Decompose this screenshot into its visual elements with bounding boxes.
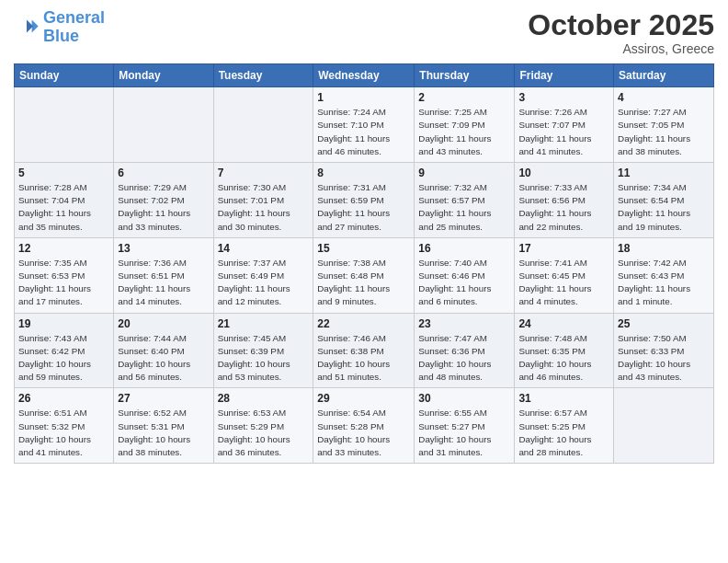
week-row-3: 12Sunrise: 7:35 AM Sunset: 6:53 PM Dayli… [15, 237, 714, 313]
day-cell [213, 87, 313, 163]
day-number: 18 [618, 242, 710, 255]
day-number: 4 [618, 91, 710, 104]
day-info: Sunrise: 6:52 AM Sunset: 5:31 PM Dayligh… [118, 407, 209, 459]
day-cell: 14Sunrise: 7:37 AM Sunset: 6:49 PM Dayli… [213, 237, 313, 313]
day-info: Sunrise: 7:24 AM Sunset: 7:10 PM Dayligh… [317, 106, 410, 158]
day-cell: 28Sunrise: 6:53 AM Sunset: 5:29 PM Dayli… [213, 388, 313, 464]
day-number: 27 [118, 392, 209, 405]
day-number: 10 [518, 167, 609, 179]
day-info: Sunrise: 7:31 AM Sunset: 6:59 PM Dayligh… [317, 181, 410, 234]
day-number: 28 [218, 392, 310, 405]
day-cell [614, 388, 714, 464]
day-info: Sunrise: 7:46 AM Sunset: 6:38 PM Dayligh… [317, 332, 410, 385]
day-info: Sunrise: 7:29 AM Sunset: 7:02 PM Dayligh… [118, 181, 209, 234]
day-cell [15, 87, 114, 163]
day-info: Sunrise: 7:38 AM Sunset: 6:48 PM Dayligh… [317, 257, 410, 309]
day-number: 2 [418, 91, 510, 104]
day-number: 15 [317, 242, 410, 255]
calendar-page: General Blue October 2025 Assiros, Greec… [0, 0, 728, 563]
title-block: October 2025 Assiros, Greece [528, 9, 714, 56]
day-info: Sunrise: 7:40 AM Sunset: 6:46 PM Dayligh… [418, 257, 510, 309]
week-row-1: 1Sunrise: 7:24 AM Sunset: 7:10 PM Daylig… [15, 87, 714, 163]
day-number: 14 [218, 242, 310, 255]
day-number: 19 [18, 317, 109, 330]
weekday-header-tuesday: Tuesday [213, 64, 313, 87]
day-cell: 23Sunrise: 7:47 AM Sunset: 6:36 PM Dayli… [415, 313, 515, 388]
weekday-header-saturday: Saturday [614, 64, 714, 87]
calendar-table: SundayMondayTuesdayWednesdayThursdayFrid… [14, 63, 714, 464]
day-number: 5 [18, 167, 109, 179]
week-row-2: 5Sunrise: 7:28 AM Sunset: 7:04 PM Daylig… [15, 163, 714, 238]
day-cell: 24Sunrise: 7:48 AM Sunset: 6:35 PM Dayli… [515, 313, 614, 388]
weekday-header-row: SundayMondayTuesdayWednesdayThursdayFrid… [15, 64, 714, 87]
week-row-4: 19Sunrise: 7:43 AM Sunset: 6:42 PM Dayli… [15, 313, 714, 388]
day-cell: 22Sunrise: 7:46 AM Sunset: 6:38 PM Dayli… [313, 313, 415, 388]
day-cell: 30Sunrise: 6:55 AM Sunset: 5:27 PM Dayli… [415, 388, 515, 464]
day-cell: 25Sunrise: 7:50 AM Sunset: 6:33 PM Dayli… [614, 313, 714, 388]
week-row-5: 26Sunrise: 6:51 AM Sunset: 5:32 PM Dayli… [15, 388, 714, 464]
day-number: 1 [317, 91, 410, 104]
day-number: 23 [418, 317, 510, 330]
day-info: Sunrise: 7:27 AM Sunset: 7:05 PM Dayligh… [618, 106, 710, 158]
day-number: 20 [118, 317, 209, 330]
day-number: 22 [317, 317, 410, 330]
day-cell: 15Sunrise: 7:38 AM Sunset: 6:48 PM Dayli… [313, 237, 415, 313]
day-cell: 13Sunrise: 7:36 AM Sunset: 6:51 PM Dayli… [114, 237, 213, 313]
day-cell: 2Sunrise: 7:25 AM Sunset: 7:09 PM Daylig… [415, 87, 515, 163]
day-number: 24 [518, 317, 609, 330]
day-number: 30 [418, 392, 510, 405]
day-cell: 9Sunrise: 7:32 AM Sunset: 6:57 PM Daylig… [415, 163, 515, 238]
day-cell: 5Sunrise: 7:28 AM Sunset: 7:04 PM Daylig… [15, 163, 114, 238]
day-info: Sunrise: 7:43 AM Sunset: 6:42 PM Dayligh… [18, 332, 109, 385]
day-number: 11 [618, 167, 710, 179]
day-number: 16 [418, 242, 510, 255]
day-number: 17 [518, 242, 609, 255]
day-info: Sunrise: 7:36 AM Sunset: 6:51 PM Dayligh… [118, 257, 209, 309]
weekday-header-friday: Friday [515, 64, 614, 87]
day-number: 21 [218, 317, 310, 330]
day-number: 31 [518, 392, 609, 405]
weekday-header-thursday: Thursday [415, 64, 515, 87]
day-cell: 21Sunrise: 7:45 AM Sunset: 6:39 PM Dayli… [213, 313, 313, 388]
logo-text: General Blue [43, 9, 105, 46]
day-cell: 19Sunrise: 7:43 AM Sunset: 6:42 PM Dayli… [15, 313, 114, 388]
day-number: 7 [218, 167, 310, 179]
day-info: Sunrise: 7:26 AM Sunset: 7:07 PM Dayligh… [518, 106, 609, 158]
day-number: 13 [118, 242, 209, 255]
day-cell: 29Sunrise: 6:54 AM Sunset: 5:28 PM Dayli… [313, 388, 415, 464]
day-number: 25 [618, 317, 710, 330]
page-header: General Blue October 2025 Assiros, Greec… [14, 9, 714, 56]
day-cell: 4Sunrise: 7:27 AM Sunset: 7:05 PM Daylig… [614, 87, 714, 163]
day-info: Sunrise: 7:30 AM Sunset: 7:01 PM Dayligh… [218, 181, 310, 234]
day-cell: 12Sunrise: 7:35 AM Sunset: 6:53 PM Dayli… [15, 237, 114, 313]
day-info: Sunrise: 7:44 AM Sunset: 6:40 PM Dayligh… [118, 332, 209, 385]
weekday-header-wednesday: Wednesday [313, 64, 415, 87]
day-cell: 7Sunrise: 7:30 AM Sunset: 7:01 PM Daylig… [213, 163, 313, 238]
day-cell: 10Sunrise: 7:33 AM Sunset: 6:56 PM Dayli… [515, 163, 614, 238]
month-title: October 2025 [528, 9, 714, 41]
day-cell: 20Sunrise: 7:44 AM Sunset: 6:40 PM Dayli… [114, 313, 213, 388]
day-number: 26 [18, 392, 109, 405]
day-info: Sunrise: 6:54 AM Sunset: 5:28 PM Dayligh… [317, 407, 410, 459]
day-cell: 8Sunrise: 7:31 AM Sunset: 6:59 PM Daylig… [313, 163, 415, 238]
day-number: 12 [18, 242, 109, 255]
day-info: Sunrise: 6:55 AM Sunset: 5:27 PM Dayligh… [418, 407, 510, 459]
day-cell: 18Sunrise: 7:42 AM Sunset: 6:43 PM Dayli… [614, 237, 714, 313]
logo: General Blue [14, 9, 105, 46]
day-info: Sunrise: 7:33 AM Sunset: 6:56 PM Dayligh… [518, 181, 609, 234]
day-number: 29 [317, 392, 410, 405]
day-cell: 26Sunrise: 6:51 AM Sunset: 5:32 PM Dayli… [15, 388, 114, 464]
day-number: 6 [118, 167, 209, 179]
day-info: Sunrise: 7:28 AM Sunset: 7:04 PM Dayligh… [18, 181, 109, 234]
day-info: Sunrise: 7:47 AM Sunset: 6:36 PM Dayligh… [418, 332, 510, 385]
weekday-header-monday: Monday [114, 64, 213, 87]
day-cell: 6Sunrise: 7:29 AM Sunset: 7:02 PM Daylig… [114, 163, 213, 238]
day-info: Sunrise: 7:42 AM Sunset: 6:43 PM Dayligh… [618, 257, 710, 309]
day-number: 8 [317, 167, 410, 179]
day-info: Sunrise: 6:57 AM Sunset: 5:25 PM Dayligh… [518, 407, 609, 459]
day-info: Sunrise: 7:34 AM Sunset: 6:54 PM Dayligh… [618, 181, 710, 234]
day-info: Sunrise: 7:35 AM Sunset: 6:53 PM Dayligh… [18, 257, 109, 309]
day-cell: 27Sunrise: 6:52 AM Sunset: 5:31 PM Dayli… [114, 388, 213, 464]
day-cell: 31Sunrise: 6:57 AM Sunset: 5:25 PM Dayli… [515, 388, 614, 464]
day-info: Sunrise: 6:51 AM Sunset: 5:32 PM Dayligh… [18, 407, 109, 459]
